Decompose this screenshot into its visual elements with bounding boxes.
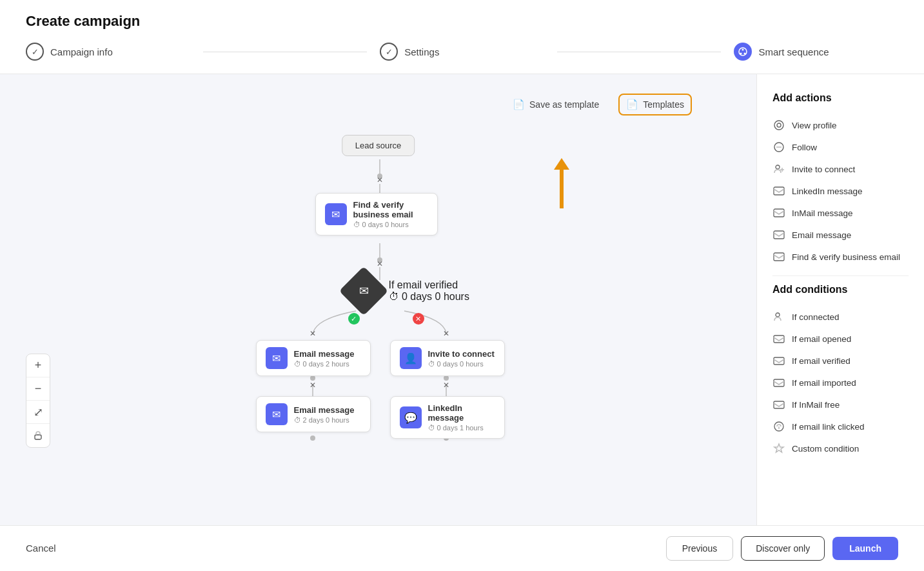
condition-if-email-verified-label: If email verified <box>792 356 850 366</box>
action-email-message[interactable]: Email message <box>772 224 909 246</box>
step-divider-1 <box>203 52 368 52</box>
if-email-opened-icon <box>772 332 785 345</box>
templates-label: Templates <box>643 99 684 110</box>
svg-rect-32 <box>774 357 784 365</box>
template-icon: 📄 <box>626 99 638 110</box>
view-profile-icon <box>772 119 785 132</box>
step-smart-sequence: Smart sequence <box>734 43 898 61</box>
launch-button[interactable]: Launch <box>832 537 898 560</box>
lead-source-node[interactable]: Lead source <box>342 135 415 156</box>
condition-if-email-verified[interactable]: If email verified <box>772 350 909 372</box>
find-verify-panel-icon <box>772 250 785 263</box>
lock-button[interactable] <box>26 424 50 447</box>
step-campaign-info: ✓ Campaign info <box>26 43 190 61</box>
step-smart-sequence-label: Smart sequence <box>758 46 829 57</box>
condition-if-inmail-free[interactable]: If InMail free <box>772 394 909 416</box>
if-email-verified-title: If email verified <box>389 279 469 291</box>
email-message-panel-icon <box>772 228 785 241</box>
condition-if-email-imported[interactable]: If email imported <box>772 372 909 394</box>
action-invite-to-connect[interactable]: Invite to connect <box>772 158 909 180</box>
condition-if-email-opened[interactable]: If email opened <box>772 328 909 350</box>
invite-connect-icon <box>772 163 785 175</box>
footer: Cancel Previous Discover only Launch <box>0 525 924 571</box>
previous-button[interactable]: Previous <box>666 536 733 561</box>
action-find-verify-label: Find & verify business email <box>792 252 900 262</box>
svg-point-14 <box>444 376 449 381</box>
condition-if-email-link-clicked[interactable]: If email link clicked <box>772 416 909 437</box>
condition-if-connected-label: If connected <box>792 312 840 322</box>
condition-custom-condition[interactable]: Custom condition <box>772 437 909 459</box>
svg-point-1 <box>742 49 744 51</box>
find-verify-icon: ✉ <box>325 203 347 225</box>
custom-condition-icon <box>772 442 785 455</box>
templates-button[interactable]: 📄 Templates <box>618 94 692 115</box>
footer-left: Cancel <box>26 543 56 554</box>
svg-rect-34 <box>774 401 784 408</box>
save-as-template-label: Save as template <box>529 99 599 110</box>
action-follow[interactable]: Follow <box>772 136 909 158</box>
main-content: 📄 Save as template 📄 Templates <box>0 74 924 525</box>
if-email-link-clicked-icon <box>772 420 785 433</box>
email-message-1-icon: ✉ <box>266 347 288 369</box>
steps-bar: ✓ Campaign info ✓ Settings Smart sequenc… <box>26 43 898 61</box>
x-mark-left-branch: ✕ <box>310 329 316 338</box>
condition-if-email-link-clicked-label: If email link clicked <box>792 422 865 432</box>
svg-rect-29 <box>774 253 784 261</box>
x-mark-below-invite: ✕ <box>443 381 449 390</box>
step-settings-label: Settings <box>404 46 439 57</box>
invite-to-connect-subtitle: ⏱ 0 days 0 hours <box>428 360 495 368</box>
action-invite-connect-label: Invite to connect <box>792 165 855 174</box>
email-message-1-node[interactable]: ✉ Email message ⏱ 0 days 2 hours <box>256 340 371 376</box>
action-view-profile[interactable]: View profile <box>772 114 909 136</box>
svg-point-11 <box>310 376 315 381</box>
discover-only-button[interactable]: Discover only <box>741 536 825 561</box>
svg-point-19 <box>774 121 783 130</box>
invite-to-connect-icon: 👤 <box>400 347 422 369</box>
email-message-2-subtitle: ⏱ 2 days 0 hours <box>294 416 355 424</box>
invite-to-connect-node[interactable]: 👤 Invite to connect ⏱ 0 days 0 hours <box>390 340 505 376</box>
svg-rect-18 <box>35 435 41 439</box>
svg-point-16 <box>310 436 315 441</box>
svg-point-3 <box>744 53 746 55</box>
email-message-2-title: Email message <box>294 405 355 415</box>
linkedin-message-title: LinkedIn message <box>428 403 495 423</box>
svg-point-23 <box>776 165 780 169</box>
cancel-button[interactable]: Cancel <box>26 543 56 554</box>
x-mark-2: ✕ <box>377 259 383 268</box>
step-settings-icon: ✓ <box>380 43 398 61</box>
linkedin-message-node[interactable]: 💬 LinkedIn message ⏱ 0 days 1 hours <box>390 396 505 439</box>
add-conditions-title: Add conditions <box>772 284 909 296</box>
action-linkedin-message[interactable]: LinkedIn message <box>772 180 909 202</box>
action-email-message-label: Email message <box>792 230 851 240</box>
action-inmail-message[interactable]: InMail message <box>772 202 909 224</box>
svg-rect-28 <box>774 231 784 239</box>
add-actions-title: Add actions <box>772 92 909 104</box>
step-divider-2 <box>557 52 722 52</box>
if-email-verified-wrapper: ✉ If email verified ⏱ 0 days 0 hours <box>346 274 501 308</box>
linkedin-message-icon: 💬 <box>400 406 422 428</box>
email-message-2-node[interactable]: ✉ Email message ⏱ 2 days 0 hours <box>256 396 371 432</box>
x-mark-below-email1: ✕ <box>310 381 316 390</box>
save-as-template-button[interactable]: 📄 Save as template <box>506 95 605 114</box>
condition-if-connected[interactable]: If connected <box>772 306 909 328</box>
right-panel: Add actions View profile Follow Invite t… <box>756 74 924 525</box>
zoom-out-button[interactable]: − <box>26 377 50 401</box>
fit-button[interactable]: ⤢ <box>26 401 50 424</box>
find-verify-node[interactable]: ✉ Find & verify business email ⏱ 0 days … <box>315 193 438 235</box>
page-title: Create campaign <box>26 13 898 30</box>
invite-to-connect-text: Invite to connect ⏱ 0 days 0 hours <box>428 349 495 368</box>
condition-custom-condition-label: Custom condition <box>792 444 859 454</box>
step-smart-sequence-icon <box>734 43 752 61</box>
zoom-in-button[interactable]: + <box>26 354 50 377</box>
flow-inner: Lead source ✕ ✉ Find & verify business e… <box>217 128 540 451</box>
condition-if-inmail-free-label: If InMail free <box>792 400 840 410</box>
email-message-1-text: Email message ⏱ 0 days 2 hours <box>294 349 355 368</box>
action-find-verify[interactable]: Find & verify business email <box>772 246 909 268</box>
svg-point-30 <box>776 313 780 317</box>
page: Create campaign ✓ Campaign info ✓ Settin… <box>0 0 924 571</box>
canvas-area: 📄 Save as template 📄 Templates <box>0 74 756 525</box>
diamond-node[interactable]: ✉ <box>339 266 388 316</box>
inmail-icon <box>772 206 785 219</box>
linkedin-message-panel-icon <box>772 185 785 197</box>
toolbar: 📄 Save as template 📄 Templates <box>26 94 731 115</box>
